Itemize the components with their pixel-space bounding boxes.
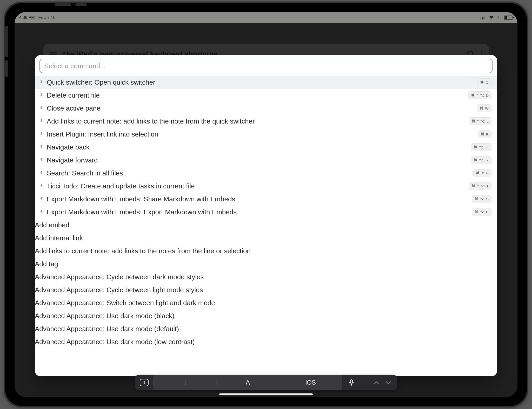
keyboard-up-arrow-icon[interactable] [374, 379, 379, 386]
cellular-signal-icon [481, 16, 486, 19]
keyboard-suggestion[interactable]: A [216, 375, 279, 390]
command-item[interactable]: Navigate forward⌘ ⌥ → [35, 154, 497, 167]
command-item[interactable]: Search: Search in all files⌘ ⇧ F [35, 167, 497, 180]
svg-point-4 [491, 18, 492, 19]
command-item[interactable]: Add tag [35, 257, 497, 270]
command-item-label: Add links to current note: add links to … [47, 117, 255, 125]
command-item-label: Navigate back [47, 143, 90, 151]
command-item[interactable]: Close active pane⌘ W [35, 102, 497, 115]
command-item[interactable]: Quick switcher: Open quick switcher⌘ O [35, 76, 497, 89]
svg-rect-2 [483, 17, 484, 19]
pin-icon [39, 93, 44, 98]
command-item[interactable]: Advanced Appearance: Use dark mode (blac… [35, 309, 497, 322]
command-item-label: Navigate forward [47, 156, 98, 164]
pin-icon [39, 106, 44, 111]
pin-icon [39, 80, 44, 85]
command-item-shortcut: ⌘ ^ ⌥ L [469, 117, 491, 125]
pin-icon [39, 209, 44, 215]
svg-rect-0 [481, 18, 481, 19]
command-item[interactable]: Advanced Appearance: Use dark mode (low … [35, 335, 497, 348]
command-item[interactable]: Add embed [35, 219, 497, 231]
command-search-input[interactable] [39, 59, 493, 73]
command-item-shortcut: ⌘ ^ ⌥ T [469, 182, 491, 190]
command-item-shortcut: ⌘ ⌥ E [472, 208, 491, 216]
keyboard-down-arrow-icon[interactable] [385, 379, 391, 386]
command-item-shortcut: ⌘ ^ ⌥ D [468, 91, 491, 99]
svg-rect-3 [484, 16, 485, 19]
command-item-label: Export Markdown with Embeds: Export Mark… [47, 208, 237, 216]
do-not-disturb-icon: ☾ [497, 15, 501, 20]
battery-icon [504, 16, 513, 20]
command-item-shortcut: ⌘ ⌥ S [472, 195, 491, 203]
command-palette: Quick switcher: Open quick switcher⌘ ODe… [35, 55, 497, 376]
command-item-label: Add internal link [35, 234, 83, 242]
command-item-label: Ticci Todo: Create and update tasks in c… [47, 182, 195, 190]
command-item[interactable]: Advanced Appearance: Cycle between light… [35, 283, 497, 296]
command-item-shortcut: ⌘ O [477, 78, 491, 86]
command-list[interactable]: Quick switcher: Open quick switcher⌘ ODe… [35, 76, 497, 376]
command-item-label: Close active pane [47, 104, 101, 112]
dictation-icon[interactable] [342, 379, 361, 386]
command-item[interactable]: Advanced Appearance: Switch between ligh… [35, 296, 497, 309]
command-item[interactable]: Export Markdown with Embeds: Export Mark… [35, 206, 497, 219]
pin-icon [39, 132, 44, 137]
command-item-shortcut: ⌘ ⌥ ← [471, 143, 491, 151]
command-item-label: Advanced Appearance: Switch between ligh… [35, 299, 215, 307]
command-item-shortcut: ⌘ ⇧ F [473, 169, 492, 177]
keyboard-suggestion-bar: IT I A iOS [135, 375, 397, 390]
command-item-label: Delete current file [47, 91, 100, 99]
command-item[interactable]: Advanced Appearance: Use dark mode (defa… [35, 322, 497, 335]
command-item[interactable]: Add internal link [35, 231, 497, 244]
pin-icon [39, 119, 44, 124]
command-item-label: Quick switcher: Open quick switcher [47, 78, 155, 86]
command-item[interactable]: Insert Plugin: Insert link into selectio… [35, 128, 497, 141]
command-item-label: Advanced Appearance: Use dark mode (defa… [35, 325, 179, 333]
keyboard-suggestion[interactable]: I [154, 375, 216, 390]
pin-icon [39, 145, 44, 150]
command-item-shortcut: ⌘ ⌥ → [471, 156, 491, 164]
command-item-label: Advanced Appearance: Use dark mode (blac… [35, 312, 175, 320]
command-item-label: Advanced Appearance: Cycle between light… [35, 286, 203, 294]
pin-icon [39, 183, 44, 189]
home-indicator[interactable] [219, 393, 313, 395]
command-item-label: Add tag [35, 260, 58, 268]
command-item-shortcut: ⌘ W [477, 104, 491, 112]
command-item[interactable]: Add links to current note: add links to … [35, 244, 497, 257]
command-item[interactable]: Advanced Appearance: Cycle between dark … [35, 270, 497, 283]
pin-icon [39, 196, 44, 202]
command-item[interactable]: Ticci Todo: Create and update tasks in c… [35, 180, 497, 193]
status-date: Fri Jul 16 [38, 15, 56, 20]
wifi-icon [489, 16, 494, 19]
command-item-label: Insert Plugin: Insert link into selectio… [47, 130, 158, 138]
keyboard-language-button[interactable]: IT [135, 379, 154, 386]
command-item-label: Add links to current note: add links to … [35, 247, 251, 255]
command-item-shortcut: ⌘ K [478, 130, 491, 138]
keyboard-suggestion[interactable]: iOS [279, 375, 342, 390]
command-item[interactable]: Delete current file⌘ ^ ⌥ D [35, 89, 497, 102]
command-item[interactable]: Export Markdown with Embeds: Share Markd… [35, 193, 497, 206]
command-item[interactable]: Navigate back⌘ ⌥ ← [35, 141, 497, 154]
command-item-label: Add embed [35, 221, 69, 229]
command-item-label: Advanced Appearance: Cycle between dark … [35, 273, 204, 281]
svg-rect-1 [482, 17, 483, 19]
command-item-label: Search: Search in all files [47, 169, 123, 177]
status-time: 4:39 PM [19, 15, 35, 20]
svg-rect-12 [350, 380, 353, 383]
command-item-label: Export Markdown with Embeds: Share Markd… [47, 195, 235, 203]
status-bar: 4:39 PM Fri Jul 16 ☾ [15, 12, 517, 23]
pin-icon [39, 158, 44, 163]
command-item[interactable]: Add links to current note: add links to … [35, 115, 497, 128]
command-item-label: Advanced Appearance: Use dark mode (low … [35, 338, 195, 346]
pin-icon [39, 171, 44, 176]
